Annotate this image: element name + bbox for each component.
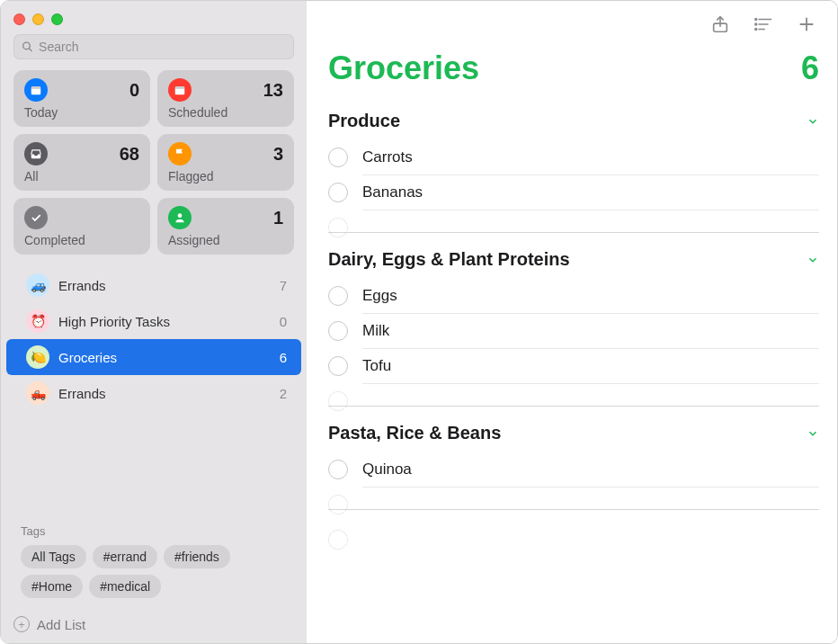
reminder-item[interactable]: Tofu	[328, 349, 819, 384]
reminder-title[interactable]: Tofu	[362, 349, 819, 384]
reminder-title[interactable]: Carrots	[362, 140, 819, 175]
reminder-title[interactable]: Quinoa	[362, 452, 819, 487]
section: ProduceCarrotsBananas	[328, 107, 819, 233]
svg-rect-3	[31, 86, 41, 89]
section-title: Pasta, Rice & Beans	[328, 423, 501, 443]
add-reminder-button[interactable]	[794, 12, 819, 37]
sidebar-list-errands2[interactable]: 🛻Errands2	[6, 375, 301, 411]
reminder-checkbox[interactable]	[328, 286, 348, 306]
reminder-checkbox[interactable]	[328, 321, 348, 341]
list-label: Errands	[58, 386, 271, 401]
reminder-item[interactable]: Quinoa	[328, 452, 819, 487]
smart-list-label: Scheduled	[168, 105, 283, 120]
reminder-checkbox[interactable]	[328, 356, 348, 376]
share-button[interactable]	[708, 12, 733, 37]
reminder-checkbox[interactable]	[328, 148, 348, 167]
new-reminder-input[interactable]	[362, 210, 819, 227]
section-divider	[328, 509, 819, 510]
svg-line-1	[29, 49, 31, 51]
new-reminder-input[interactable]	[362, 523, 819, 539]
list-header: Groceries 6	[328, 49, 819, 87]
reminder-checkbox-placeholder[interactable]	[328, 391, 348, 411]
smart-list-label: Today	[24, 105, 139, 120]
calendar-icon	[168, 78, 192, 102]
sidebar-list-highpri[interactable]: ⏰High Priority Tasks0	[6, 303, 301, 339]
app-window: 0Today13Scheduled68All3FlaggedCompleted1…	[0, 0, 838, 644]
svg-point-6	[178, 213, 183, 218]
person-icon	[168, 206, 192, 229]
minimize-window-button[interactable]	[32, 13, 44, 25]
chevron-down-icon	[807, 427, 819, 440]
reminder-item[interactable]: Eggs	[328, 279, 819, 314]
fullscreen-window-button[interactable]	[51, 13, 63, 25]
toolbar	[690, 1, 837, 48]
svg-rect-5	[175, 86, 185, 89]
list-icon: ⏰	[26, 309, 49, 333]
section: Pasta, Rice & BeansQuinoa	[328, 419, 819, 510]
reminder-item[interactable]: Bananas	[328, 175, 819, 210]
tag-all-tags[interactable]: All Tags	[21, 545, 86, 568]
search-field[interactable]	[13, 34, 294, 59]
reminder-title[interactable]: Eggs	[362, 279, 819, 314]
check-icon	[24, 206, 48, 229]
smart-list-count: 0	[129, 80, 139, 101]
reminder-title[interactable]: Bananas	[362, 175, 819, 210]
smart-list-count: 1	[273, 208, 283, 228]
chevron-down-icon	[807, 115, 819, 128]
tags-section: Tags All Tags#errand#friends#Home#medica…	[1, 515, 307, 607]
sidebar-list-errands1[interactable]: 🚙Errands7	[6, 267, 301, 303]
section-header[interactable]: Pasta, Rice & Beans	[328, 419, 819, 452]
new-reminder-placeholder[interactable]	[328, 523, 819, 539]
smart-list-all[interactable]: 68All	[13, 134, 150, 191]
reminder-item[interactable]: Carrots	[328, 140, 819, 175]
search-input[interactable]	[39, 40, 286, 54]
list-label: Errands	[58, 278, 271, 293]
tag--medical[interactable]: #medical	[89, 575, 161, 598]
reminder-checkbox-placeholder[interactable]	[328, 530, 348, 550]
smart-list-label: All	[24, 169, 139, 183]
add-list-label: Add List	[37, 617, 85, 632]
reminder-checkbox-placeholder[interactable]	[328, 218, 348, 237]
smart-list-today[interactable]: 0Today	[13, 70, 150, 127]
new-reminder-input[interactable]	[362, 487, 819, 504]
smart-list-count: 3	[273, 144, 283, 165]
smart-list-label: Assigned	[168, 233, 283, 247]
view-options-button[interactable]	[751, 12, 776, 37]
tag--home[interactable]: #Home	[21, 575, 83, 598]
sidebar: 0Today13Scheduled68All3FlaggedCompleted1…	[1, 1, 307, 643]
reminder-item[interactable]: Milk	[328, 314, 819, 349]
section-header[interactable]: Dairy, Eggs & Plant Proteins	[328, 246, 819, 279]
section-divider	[328, 406, 819, 407]
reminder-checkbox-placeholder[interactable]	[328, 495, 348, 514]
new-reminder-placeholder[interactable]	[328, 210, 819, 227]
reminder-checkbox[interactable]	[328, 183, 348, 202]
section-header[interactable]: Produce	[328, 107, 819, 140]
search-icon	[22, 40, 33, 53]
smart-list-scheduled[interactable]: 13Scheduled	[157, 70, 294, 127]
smart-list-count: 13	[263, 80, 283, 101]
smart-list-label: Flagged	[168, 169, 283, 183]
reminder-checkbox[interactable]	[328, 460, 348, 479]
reminder-title[interactable]: Milk	[362, 314, 819, 349]
new-reminder-placeholder[interactable]	[328, 487, 819, 504]
section-title: Dairy, Eggs & Plant Proteins	[328, 249, 570, 270]
main-pane: Groceries 6 ProduceCarrotsBananasDairy, …	[307, 1, 837, 643]
smart-list-flagged[interactable]: 3Flagged	[157, 134, 294, 191]
list-count: 0	[280, 314, 287, 329]
share-icon	[710, 14, 730, 34]
tag--friends[interactable]: #friends	[164, 545, 230, 568]
smart-list-count: 68	[120, 144, 139, 165]
smart-list-completed[interactable]: Completed	[13, 198, 150, 255]
new-reminder-input[interactable]	[362, 384, 819, 400]
close-window-button[interactable]	[13, 13, 25, 25]
sidebar-list-groceries[interactable]: 🍋Groceries6	[6, 339, 301, 375]
smart-list-assigned[interactable]: 1Assigned	[157, 198, 294, 255]
list-count: 6	[801, 49, 819, 87]
list-icon	[753, 14, 773, 34]
new-reminder-placeholder[interactable]	[328, 384, 819, 400]
list-icon: 🚙	[26, 273, 49, 297]
tag--errand[interactable]: #errand	[93, 545, 157, 568]
add-list-button[interactable]: + Add List	[1, 607, 307, 643]
list-label: High Priority Tasks	[58, 314, 271, 329]
svg-point-11	[755, 19, 757, 21]
